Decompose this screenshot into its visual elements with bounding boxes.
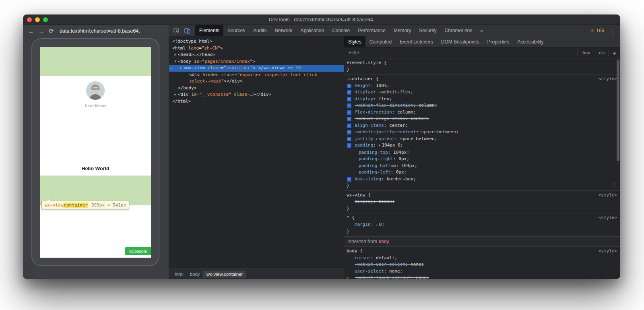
css-property-row[interactable]: cursor: default; (344, 255, 620, 262)
property-name[interactable]: padding-top (359, 150, 388, 155)
reload-button[interactable]: ⟳ (46, 27, 56, 35)
property-value[interactable]: 104px (401, 163, 415, 168)
dom-node-line[interactable]: </body> (169, 85, 344, 92)
twisty-icon[interactable]: ▶ (173, 52, 178, 58)
tab-console[interactable]: Console (328, 25, 354, 36)
property-name[interactable]: align-items (355, 123, 384, 128)
property-value[interactable]: -webkit-flex (379, 89, 411, 95)
property-name[interactable]: padding-left (359, 169, 390, 175)
property-name[interactable]: box-sizing (355, 176, 381, 182)
close-button[interactable] (27, 17, 32, 22)
property-value[interactable]: 100% (376, 83, 387, 88)
rule-selector[interactable]: .container { (347, 76, 378, 81)
dom-node-line[interactable]: ▶<div id="__vconsole" class=…></div> (169, 91, 344, 98)
property-value[interactable]: block (379, 199, 392, 204)
rule-selector[interactable]: * { (347, 215, 355, 220)
property-name[interactable]: -webkit-touch-callout (355, 275, 411, 279)
css-property-row[interactable]: padding-top: 104px; (344, 149, 620, 156)
stylesheet-link[interactable]: <style> (599, 248, 617, 255)
property-value[interactable]: default (376, 255, 394, 260)
property-name[interactable]: -webkit-justify-content (355, 129, 416, 134)
property-value[interactable]: center (411, 116, 427, 121)
property-name[interactable]: user-select (355, 269, 384, 274)
tab-sources[interactable]: Sources (223, 25, 249, 36)
property-name[interactable]: display (355, 89, 373, 95)
property-value[interactable]: none (411, 262, 421, 267)
breadcrumb-html[interactable]: html (171, 271, 187, 278)
sidebar-tab-properties[interactable]: Properties (483, 36, 513, 47)
css-property-row[interactable]: ✓justify-content: space-between; (344, 136, 620, 143)
stylesheet-link[interactable]: <style> (599, 76, 617, 83)
back-button[interactable]: ← (26, 28, 36, 35)
css-property-row[interactable]: padding-right: 0px; (344, 156, 620, 163)
property-value[interactable]: column (419, 103, 435, 108)
property-name[interactable]: display (355, 199, 373, 204)
property-checkbox[interactable]: ✓ (347, 97, 351, 101)
css-property-row[interactable]: ✓padding: ▼104px 0; (344, 142, 620, 149)
dom-node-line[interactable]: …▶<wx-view class="container">…</wx-view>… (169, 65, 344, 72)
css-property-row[interactable]: ✓-webkit-align-items: center; (344, 116, 620, 122)
shorthand-expand-icon[interactable]: ▼ (379, 144, 381, 147)
tab-security[interactable]: Security (415, 25, 440, 36)
property-value[interactable]: center (389, 123, 405, 128)
property-name[interactable]: margin (355, 222, 371, 227)
css-property-row[interactable]: ✓display: -webkit-flex; (344, 89, 620, 96)
styles-filter-input[interactable] (348, 50, 577, 56)
dom-node-line[interactable]: select--mask"></div> (169, 78, 344, 85)
property-checkbox[interactable]: ✓ (347, 103, 351, 108)
property-value[interactable]: border-box (386, 176, 413, 182)
property-name[interactable]: -webkit-user-select (355, 262, 405, 267)
property-value[interactable]: 0px (398, 156, 407, 161)
css-property-row[interactable]: ✓align-items: center; (344, 122, 620, 129)
tab-application[interactable]: Application (296, 25, 328, 36)
device-toolbar-button[interactable] (182, 25, 192, 36)
breadcrumb-body[interactable]: body (187, 271, 203, 278)
property-value[interactable]: space-between (421, 129, 456, 134)
property-name[interactable]: height (355, 83, 371, 88)
stylesheet-link[interactable]: <style> (599, 192, 617, 199)
property-name[interactable]: -webkit-flex-direction (355, 103, 413, 108)
property-value[interactable]: flex (379, 96, 390, 101)
property-checkbox[interactable]: ✓ (347, 130, 351, 134)
dom-node-line[interactable]: <!doctype html> (169, 38, 344, 45)
section-menu-icon[interactable]: ⋮ (611, 182, 617, 189)
sidebar-tab-computed[interactable]: Computed (365, 36, 396, 47)
sidebar-tab-accessibility[interactable]: Accessibility (513, 36, 547, 47)
warning-count[interactable]: 166 (596, 28, 604, 33)
property-checkbox[interactable]: ✓ (347, 90, 351, 95)
property-name[interactable]: display (355, 96, 373, 101)
property-checkbox[interactable]: ✓ (347, 137, 351, 141)
toggle-pseudo-state-button[interactable]: :hov (577, 50, 594, 56)
property-value[interactable]: space-between (400, 136, 435, 141)
tab-audits[interactable]: Audits (249, 25, 270, 36)
css-property-row[interactable]: padding-left: 0px; (344, 169, 620, 176)
tab-memory[interactable]: Memory (390, 25, 415, 36)
property-checkbox[interactable]: ✓ (347, 117, 351, 121)
property-checkbox[interactable]: ✓ (347, 110, 351, 115)
property-value[interactable]: 104px (393, 150, 407, 155)
property-checkbox[interactable]: ✓ (347, 177, 351, 182)
css-property-row[interactable]: padding-bottom: 104px; (344, 163, 620, 169)
property-name[interactable]: padding-bottom (359, 163, 396, 168)
breadcrumb-wx-view-container[interactable]: wx-view.container (203, 271, 246, 278)
dom-node-line[interactable]: </html> (169, 98, 344, 105)
rule-selector[interactable]: body { (347, 248, 363, 254)
css-property-row[interactable]: display: block; (344, 198, 620, 205)
tab-elements[interactable]: Elements (195, 25, 223, 36)
twisty-icon[interactable]: ▼ (173, 58, 178, 65)
tab-network[interactable]: Network (270, 25, 296, 36)
property-value[interactable]: none (389, 269, 400, 274)
styles-scrollbar[interactable] (617, 60, 619, 161)
property-checkbox[interactable]: ✓ (347, 143, 351, 148)
css-property-row[interactable]: margin: ▸0; (344, 221, 620, 229)
new-style-rule-button[interactable]: + (608, 50, 620, 56)
css-property-row[interactable]: ✓height: 100%; (344, 83, 620, 89)
dom-node-line[interactable]: <html lang="zh-CN"> (169, 45, 344, 52)
dom-node-line[interactable]: ▶<head>…</head> (169, 52, 344, 58)
property-name[interactable]: justify-content (355, 136, 394, 141)
property-name[interactable]: flex-direction (355, 110, 392, 115)
tab-chromelens[interactable]: ChromeLens (441, 25, 477, 36)
sidebar-tab-dom-breakpoints[interactable]: DOM Breakpoints (437, 36, 483, 47)
shorthand-expand-icon[interactable]: ▸ (376, 223, 378, 227)
property-checkbox[interactable]: ✓ (347, 84, 351, 88)
